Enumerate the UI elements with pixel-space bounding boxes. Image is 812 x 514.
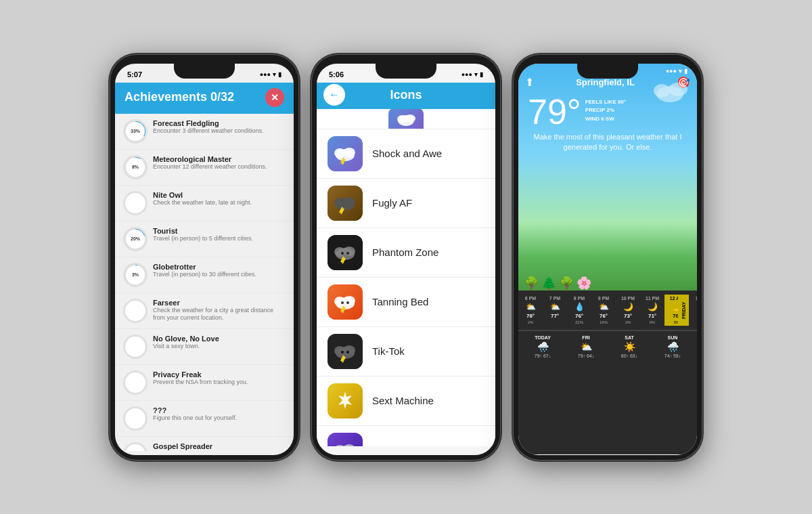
achievement-item: Gospel Spreader Share your forecast on t… <box>115 437 294 451</box>
wind: WIND 6 SW <box>585 115 627 124</box>
icon-item-tiktok[interactable]: Tik-Tok <box>317 327 495 377</box>
hourly-time: 6 PM <box>525 296 536 301</box>
progress-circle-empty <box>123 191 148 215</box>
achievement-text: Nite Owl Check the weather late, late at… <box>153 191 286 207</box>
achievement-name: Globetrotter <box>153 263 286 271</box>
daily-icon: 🌧️ <box>667 341 679 352</box>
achievement-desc: Check the weather late, late at night. <box>153 199 286 207</box>
achievement-desc: Check the weather for a city a great dis… <box>153 307 286 322</box>
wifi-icon: ▾ <box>474 71 478 78</box>
daily-temps: 79↑ 67↓ <box>535 354 551 358</box>
achievement-name: Forecast Fledgling <box>153 119 286 127</box>
hourly-icon: ⛅ <box>599 302 609 312</box>
daily-icon: 🌧️ <box>537 341 549 352</box>
achievement-desc: Travel (in person) to 5 different cities… <box>153 235 286 243</box>
hourly-pct: 0% <box>650 320 656 324</box>
achievement-text: Forecast Fledgling Encounter 3 different… <box>153 119 286 135</box>
icons-list[interactable]: Shock and Awe <box>317 109 495 446</box>
hourly-col: 11 PM 🌙 71° 0% <box>640 295 664 326</box>
phone1-bg: 5:07 ●●● ▾ ▮ Achievements 0/32 ✕ 33% <box>115 64 294 455</box>
achievement-item: Farseer Check the weather for a city a g… <box>115 293 294 329</box>
status-icons-1: ●●● ▾ ▮ <box>260 71 281 78</box>
icon-item-sext[interactable]: Sext Machine <box>317 377 495 426</box>
hourly-time: 9 PM <box>598 296 609 301</box>
achievement-desc: Encounter 3 different weather conditions… <box>153 127 286 135</box>
hourly-col: 6 PM ⛅ 78° 2% <box>518 295 543 326</box>
progress-circle-empty <box>123 442 148 451</box>
icon-label-phantom: Phantom Zone <box>372 247 438 258</box>
hourly-pct: 2% <box>528 320 534 324</box>
icon-label-tiktok: Tik-Tok <box>372 345 405 357</box>
tree-icon: 🌳 <box>524 276 539 291</box>
svg-point-21 <box>341 301 344 304</box>
phone-achievements: 5:07 ●●● ▾ ▮ Achievements 0/32 ✕ 33% <box>110 54 299 461</box>
achievement-text: No Glove, No Love Visit a sexy town. <box>153 335 286 351</box>
weather-details: FEELS LIKE 80° PRECIP 2% WIND 6 SW <box>585 94 627 124</box>
icons-title: Icons <box>390 88 422 102</box>
hourly-scroll[interactable]: 6 PM ⛅ 78° 2% 7 PM ⛅ 77° 8 PM <box>518 291 697 330</box>
hourly-time: 11 PM <box>646 296 659 301</box>
close-button[interactable]: ✕ <box>265 88 284 107</box>
weather-description: Make the most of this pleasant weather t… <box>528 132 687 153</box>
notch1 <box>174 64 235 79</box>
icon-item-tanning[interactable]: Tanning Bed <box>317 278 495 327</box>
achievement-text: Meteorological Master Encounter 12 diffe… <box>153 155 286 171</box>
svg-point-10 <box>343 197 355 207</box>
share-icon[interactable]: ⬆ <box>525 76 534 89</box>
hourly-col: 9 PM ⛅ 76° 16% <box>591 295 616 326</box>
app-icon-tiktok <box>328 334 363 369</box>
icon-item-top-partial[interactable] <box>317 109 495 129</box>
achievement-item: 20% Tourist Travel (in person) to 5 diff… <box>115 221 294 257</box>
icon-item-shock[interactable]: Shock and Awe <box>317 129 495 179</box>
hourly-col-midnight: 12 AM 🌙 70° 0% FRIDAY <box>664 295 689 326</box>
status-icons-3: ●●● ▾ ▮ <box>666 68 687 74</box>
icon-item-mirror[interactable]: Mirror Universe <box>317 426 495 446</box>
hourly-icon: ⛅ <box>550 302 560 312</box>
hourly-pct: 16% <box>600 320 608 324</box>
daily-temps: 79↑ 64↓ <box>578 354 595 358</box>
phone-icons: 5:06 ●●● ▾ ▮ ← Icons <box>311 54 501 461</box>
hourly-icon: 💧 <box>574 302 585 312</box>
svg-point-20 <box>343 296 355 305</box>
achievements-header: Achievements 0/32 ✕ <box>115 83 294 114</box>
weather-screen: ●●● ▾ ▮ ⬆ Springfield, IL 🎯 79° <box>518 64 697 455</box>
wifi-icon: ▾ <box>679 68 682 74</box>
phone3-screen: ●●● ▾ ▮ ⬆ Springfield, IL 🎯 79° <box>518 64 697 455</box>
feels-like: FEELS LIKE 80° <box>585 98 627 107</box>
back-button[interactable]: ← <box>323 84 345 106</box>
precip: PRECIP 2% <box>585 106 627 115</box>
achievement-name: Farseer <box>153 299 286 307</box>
achievement-desc: Share your forecast on the interwebs. <box>153 450 286 451</box>
icon-label-mirror: Mirror Universe <box>372 444 442 446</box>
friday-label: FRIDAY <box>678 295 689 326</box>
weather-city: Springfield, IL <box>576 77 635 87</box>
achievement-text: Gospel Spreader Share your forecast on t… <box>153 442 286 451</box>
notch3 <box>577 64 638 79</box>
notch2 <box>376 64 436 79</box>
icon-item-phantom[interactable]: Phantom Zone <box>317 228 495 278</box>
svg-point-38 <box>669 83 687 96</box>
app-icon-mirror <box>328 433 363 446</box>
achievement-text: Farseer Check the weather for a city a g… <box>153 299 286 322</box>
svg-point-15 <box>341 252 344 255</box>
hourly-icon: 🌙 <box>696 302 698 312</box>
daily-col-sat: SAT ☀️ 80↑ 63↓ <box>621 335 638 358</box>
achievement-name: ??? <box>153 406 286 414</box>
svg-point-2 <box>405 114 415 123</box>
progress-circle-8: 8% <box>123 155 148 179</box>
hourly-time: 10 PM <box>621 296 635 301</box>
hourly-icon: 🌙 <box>648 302 658 312</box>
hourly-temp: 71° <box>648 313 656 319</box>
hourly-temp: 77° <box>551 313 559 319</box>
battery-icon: ▮ <box>480 71 483 78</box>
achievements-title: Achievements 0/32 <box>125 90 234 104</box>
hourly-temp: 73° <box>624 313 632 319</box>
hourly-icon: ⛅ <box>526 302 536 312</box>
app-icon-phantom <box>328 235 363 270</box>
progress-circle-3: 3% <box>123 263 148 287</box>
svg-point-14 <box>343 247 355 256</box>
achievement-list[interactable]: 33% Forecast Fledgling Encounter 3 diffe… <box>115 114 294 451</box>
achievement-text: Privacy Freak Prevent the NSA from track… <box>153 370 286 387</box>
phone1-screen: 5:07 ●●● ▾ ▮ Achievements 0/32 ✕ 33% <box>115 64 294 455</box>
icon-item-fugly[interactable]: Fugly AF <box>317 179 495 228</box>
